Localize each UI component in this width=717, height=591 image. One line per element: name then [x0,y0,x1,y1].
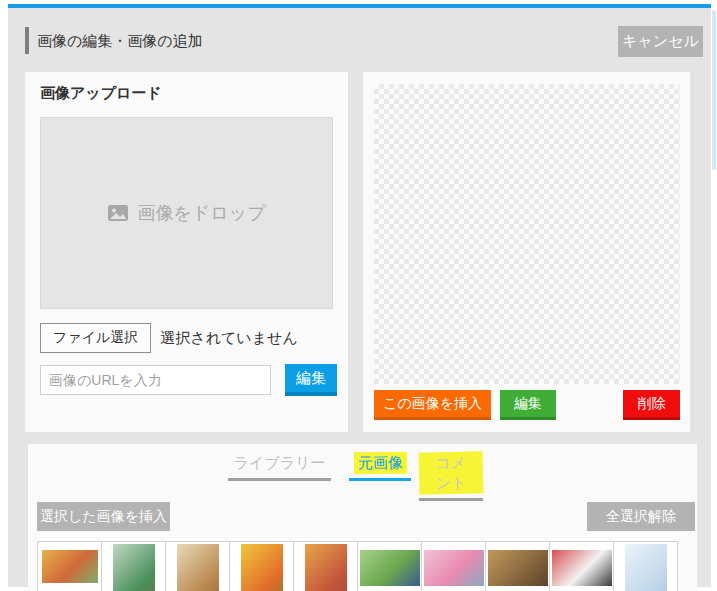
thumbnail-cell[interactable] [229,541,294,591]
insert-selected-images-button[interactable]: 選択した画像を挿入 [37,502,170,531]
library-panel: ライブラリー 元画像 コメント 選択した画像を挿入 全選択解除 [28,444,697,591]
transparent-image-preview [374,84,680,384]
thumbnail-cell[interactable] [549,541,614,591]
preview-delete-button[interactable]: 削除 [623,390,680,420]
tab-library-label: ライブラリー [230,452,330,474]
upload-panel: 画像アップロード 画像をドロップ ファイル選択 選択されていません 編集 [25,72,348,432]
upload-heading: 画像アップロード [40,84,162,103]
thumbnail-row [37,541,678,591]
thumbnail-card-sepia-portrait [177,544,219,591]
tab-comment-label: コメント [418,451,483,495]
thumbnail-collage-landscape [42,550,98,583]
thumbnail-room-brown-landscape [488,550,548,586]
dialog-container: 画像の編集・画像の追加 キャンセル 画像アップロード 画像をドロップ ファイル選… [8,4,711,587]
image-dropzone[interactable]: 画像をドロップ [40,117,333,309]
tab-original-image-underline [349,478,411,481]
file-select-button[interactable]: ファイル選択 [40,323,151,353]
preview-panel: この画像を挿入 編集 削除 [363,72,690,432]
url-edit-button[interactable]: 編集 [285,364,337,396]
tab-library-underline [228,478,331,481]
tab-comment[interactable]: コメント [419,452,483,501]
dropzone-label: 画像をドロップ [137,201,265,225]
file-select-status: 選択されていません [160,329,297,348]
scrollbar[interactable] [711,0,717,591]
thumbnail-stage-red-checker-landscape [552,550,612,586]
thumbnail-cell[interactable] [485,541,550,591]
title-accent-bar [25,27,29,54]
tab-library[interactable]: ライブラリー [228,452,331,481]
thumbnail-cell[interactable] [613,541,678,591]
thumbnail-stage-green-landscape [360,550,420,586]
thumbnail-card-green-portrait [113,544,155,591]
thumbnail-cell[interactable] [101,541,166,591]
thumbnail-cell[interactable] [165,541,230,591]
thumbnail-cell[interactable] [293,541,358,591]
tab-comment-underline [419,498,483,501]
file-select-row: ファイル選択 選択されていません [40,323,298,353]
image-url-input[interactable] [40,365,271,395]
image-icon [107,204,129,222]
tab-original-image-label: 元画像 [353,452,406,475]
thumbnail-cell[interactable] [37,541,102,591]
scrollbar-thumb[interactable] [712,10,716,170]
tab-original-image[interactable]: 元画像 [349,452,411,481]
preview-edit-button[interactable]: 編集 [500,390,556,420]
insert-this-image-button[interactable]: この画像を挿入 [374,390,491,420]
deselect-all-button[interactable]: 全選択解除 [587,502,695,531]
cancel-button[interactable]: キャンセル [618,26,703,57]
thumbnail-card-white-blue-portrait [625,544,667,591]
thumbnail-card-yellow-red-portrait [241,544,283,591]
page-title: 画像の編集・画像の追加 [37,32,203,51]
thumbnail-cell[interactable] [357,541,422,591]
thumbnail-card-orange-portrait [305,544,347,591]
thumbnail-stage-pink-landscape [424,550,484,586]
image-edit-dialog: 画像の編集・画像の追加 キャンセル 画像アップロード 画像をドロップ ファイル選… [0,0,717,591]
thumbnail-cell[interactable] [421,541,486,591]
